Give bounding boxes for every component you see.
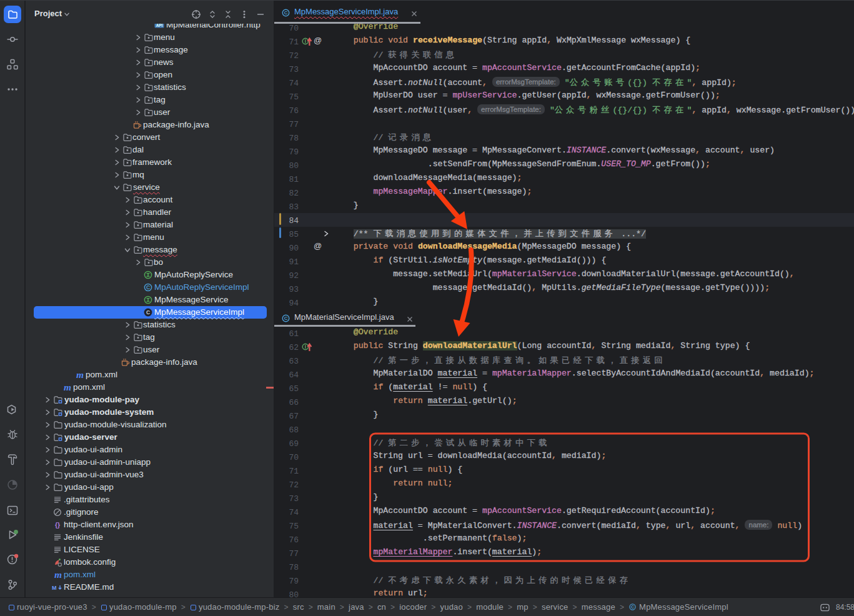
svg-text:C: C [146, 284, 150, 291]
svg-text:C: C [284, 315, 288, 321]
svg-text:m: m [64, 382, 71, 392]
svg-text:C: C [631, 605, 634, 609]
svg-text:m: m [54, 570, 62, 580]
svg-text:m: m [76, 370, 84, 380]
svg-text:C: C [146, 309, 150, 315]
svg-text:{}: {} [55, 521, 60, 529]
svg-text:C: C [284, 10, 288, 16]
svg-text:M: M [52, 585, 57, 591]
